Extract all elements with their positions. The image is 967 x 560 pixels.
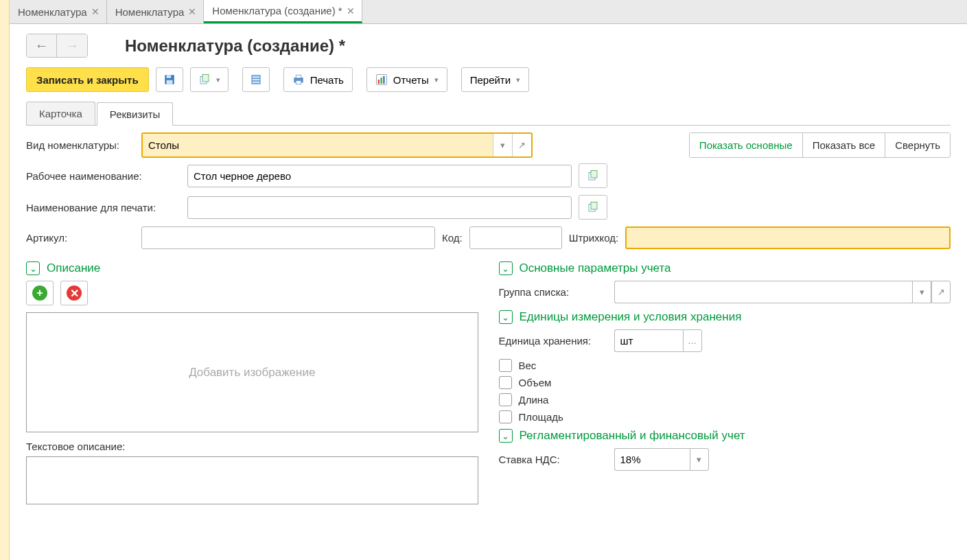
goto-button[interactable]: Перейти ▾ bbox=[461, 67, 529, 92]
chevron-down-icon[interactable]: ▾ bbox=[912, 281, 931, 303]
units-section[interactable]: ⌄ Единицы измерения и условия хранения bbox=[499, 310, 951, 324]
svg-rect-14 bbox=[380, 78, 382, 84]
goto-label: Перейти bbox=[470, 74, 511, 86]
length-checkbox[interactable]: Длина bbox=[499, 393, 951, 406]
work-name-input[interactable] bbox=[187, 165, 572, 187]
save-close-button[interactable]: Записать и закрыть bbox=[26, 67, 149, 92]
tab-nomenclature-2[interactable]: Номенклатура ✕ bbox=[107, 0, 205, 23]
vat-input[interactable] bbox=[614, 448, 690, 471]
article-input[interactable] bbox=[141, 226, 435, 249]
copy-button[interactable]: ▾ bbox=[190, 67, 229, 92]
page-title: Номенклатура (создание) * bbox=[125, 36, 345, 56]
acct-params-section[interactable]: ⌄ Основные параметры учета bbox=[499, 261, 951, 275]
vat-combo[interactable]: ▾ bbox=[614, 448, 710, 471]
open-icon[interactable]: ↗ bbox=[931, 281, 951, 303]
list-group-combo[interactable]: ▾ ↗ bbox=[614, 281, 951, 303]
volume-label: Объем bbox=[519, 377, 552, 388]
storage-unit-label: Единица хранения: bbox=[499, 335, 607, 347]
reports-label: Отчеты bbox=[393, 74, 429, 86]
plus-icon: + bbox=[32, 285, 47, 301]
copy-print-button[interactable] bbox=[579, 195, 607, 220]
list-icon bbox=[250, 73, 262, 86]
printer-icon bbox=[292, 73, 305, 86]
weight-label: Вес bbox=[519, 360, 537, 371]
text-desc-label: Текстовое описание: bbox=[26, 441, 478, 452]
save-icon bbox=[163, 73, 176, 86]
list-group-input[interactable] bbox=[614, 281, 913, 303]
reg-fin-section[interactable]: ⌄ Регламентированный и финансовый учет bbox=[499, 429, 951, 443]
chart-icon bbox=[375, 73, 388, 86]
print-name-input[interactable] bbox=[187, 196, 572, 219]
section-title: Основные параметры учета bbox=[520, 261, 671, 275]
collapse-icon[interactable]: ⌄ bbox=[499, 429, 513, 443]
copy-name-button[interactable] bbox=[579, 163, 607, 188]
svg-rect-4 bbox=[202, 75, 209, 82]
chevron-down-icon[interactable]: ▾ bbox=[690, 448, 709, 471]
chevron-down-icon: ▾ bbox=[216, 75, 220, 84]
weight-checkbox[interactable]: Вес bbox=[499, 359, 951, 372]
article-label: Артикул: bbox=[26, 232, 135, 244]
tab-nomenclature-1[interactable]: Номенклатура ✕ bbox=[10, 0, 107, 23]
code-input[interactable] bbox=[469, 226, 562, 249]
collapse-button[interactable]: Свернуть bbox=[885, 133, 950, 157]
chevron-down-icon[interactable]: ▾ bbox=[493, 134, 512, 156]
work-name-label: Рабочее наименование: bbox=[26, 170, 180, 182]
type-combo[interactable]: ▾ ↗ bbox=[141, 132, 533, 158]
collapse-icon[interactable]: ⌄ bbox=[499, 261, 513, 275]
cross-icon: ✕ bbox=[67, 285, 82, 301]
print-button[interactable]: Печать bbox=[283, 67, 353, 92]
text-desc-input[interactable] bbox=[26, 456, 478, 504]
checkbox-icon bbox=[499, 376, 512, 389]
storage-unit-combo[interactable]: … bbox=[614, 329, 703, 352]
show-all-button[interactable]: Показать все bbox=[803, 133, 886, 157]
chevron-down-icon: ▾ bbox=[434, 75, 439, 84]
storage-unit-input[interactable] bbox=[614, 329, 683, 352]
barcode-input[interactable] bbox=[625, 226, 951, 249]
svg-rect-1 bbox=[166, 75, 171, 78]
svg-rect-7 bbox=[252, 79, 259, 80]
close-icon[interactable]: ✕ bbox=[91, 6, 100, 17]
svg-rect-8 bbox=[252, 82, 259, 83]
svg-rect-15 bbox=[383, 76, 384, 84]
close-icon[interactable]: ✕ bbox=[347, 5, 355, 16]
close-icon[interactable]: ✕ bbox=[188, 6, 196, 17]
chevron-down-icon: ▾ bbox=[516, 75, 520, 84]
type-label: Вид номенклатуры: bbox=[26, 139, 135, 151]
svg-rect-19 bbox=[591, 202, 597, 210]
area-label: Площадь bbox=[519, 411, 563, 423]
more-icon[interactable]: … bbox=[683, 329, 702, 352]
open-icon[interactable]: ↗ bbox=[512, 134, 531, 156]
description-section[interactable]: ⌄ Описание bbox=[26, 261, 478, 275]
collapse-icon[interactable]: ⌄ bbox=[26, 261, 40, 275]
add-image-button[interactable]: + bbox=[26, 281, 54, 305]
svg-rect-17 bbox=[591, 171, 597, 178]
length-label: Длина bbox=[519, 394, 549, 406]
inner-tab-card[interactable]: Карточка bbox=[26, 102, 95, 125]
checkbox-icon bbox=[499, 393, 512, 406]
area-checkbox[interactable]: Площадь bbox=[499, 410, 951, 423]
nav-arrows: ← → bbox=[26, 34, 88, 58]
copy-icon bbox=[587, 201, 599, 213]
type-input[interactable] bbox=[143, 134, 493, 156]
reports-button[interactable]: Отчеты ▾ bbox=[366, 67, 447, 92]
inner-tab-requisites[interactable]: Реквизиты bbox=[97, 102, 174, 126]
checkbox-icon bbox=[499, 359, 512, 372]
barcode-label: Штрихкод: bbox=[569, 232, 619, 244]
tab-label: Номенклатура (создание) * bbox=[212, 5, 342, 16]
tab-nomenclature-create[interactable]: Номенклатура (создание) * ✕ bbox=[204, 0, 362, 23]
delete-image-button[interactable]: ✕ bbox=[60, 281, 88, 305]
nav-forward-button[interactable]: → bbox=[57, 34, 87, 57]
svg-rect-10 bbox=[296, 75, 301, 78]
show-main-button[interactable]: Показать основные bbox=[690, 133, 803, 157]
nav-back-button[interactable]: ← bbox=[27, 34, 57, 57]
collapse-icon[interactable]: ⌄ bbox=[499, 310, 513, 324]
list-button[interactable] bbox=[242, 67, 270, 92]
section-title: Единицы измерения и условия хранения bbox=[520, 310, 742, 324]
save-button[interactable] bbox=[156, 67, 183, 92]
copy-icon bbox=[198, 73, 211, 86]
volume-checkbox[interactable]: Объем bbox=[499, 376, 951, 389]
svg-rect-13 bbox=[378, 80, 380, 84]
image-upload-box[interactable]: Добавить изображение bbox=[26, 312, 478, 432]
list-group-label: Группа списка: bbox=[499, 286, 607, 298]
print-name-label: Наименование для печати: bbox=[26, 202, 180, 213]
